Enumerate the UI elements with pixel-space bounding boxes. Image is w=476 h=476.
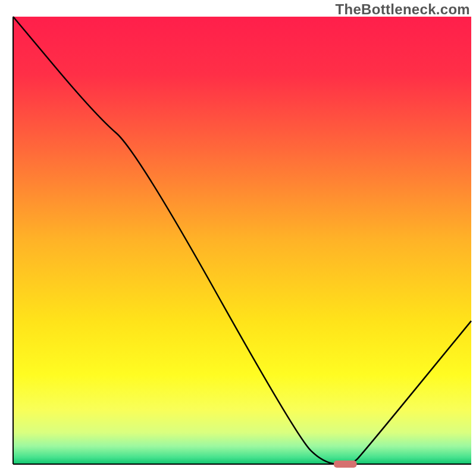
watermark-text: TheBottleneck.com — [336, 1, 470, 18]
bottleneck-chart: TheBottleneck.com — [0, 0, 476, 476]
chart-svg — [0, 0, 476, 476]
plot-background — [13, 17, 471, 464]
optimal-marker — [334, 461, 357, 468]
